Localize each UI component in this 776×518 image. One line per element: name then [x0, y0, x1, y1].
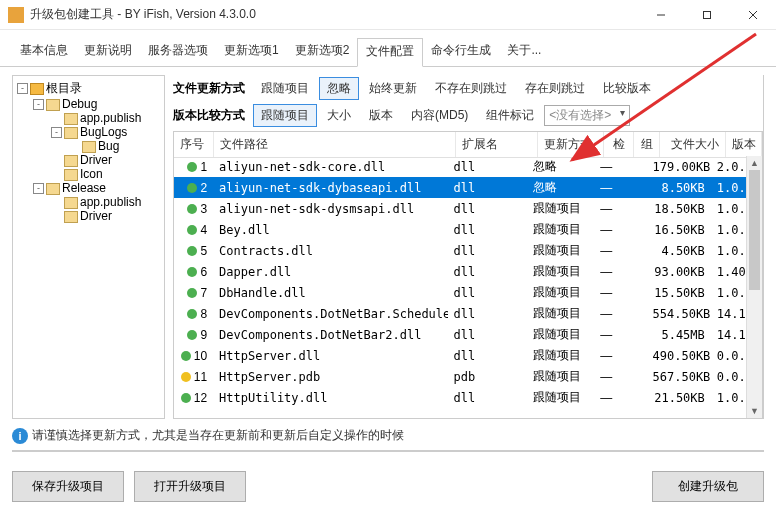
main-tabs: 基本信息更新说明服务器选项更新选项1更新选项2文件配置命令行生成关于... [0, 30, 776, 67]
table-row[interactable]: 11HttpServer.pdbpdb跟随项目—567.50KB0.0. [174, 366, 746, 387]
open-project-button[interactable]: 打开升级项目 [134, 471, 246, 502]
tab-2[interactable]: 服务器选项 [140, 38, 216, 66]
tab-7[interactable]: 关于... [499, 38, 549, 66]
info-icon: i [12, 428, 28, 444]
col-header-6[interactable]: 文件大小 [660, 132, 726, 157]
tree-icon[interactable]: Icon [15, 167, 162, 181]
update-mode-5[interactable]: 比较版本 [595, 77, 659, 100]
tree-debug-publish[interactable]: app.publish [15, 111, 162, 125]
tree-release[interactable]: -Release [15, 181, 162, 195]
vertical-scrollbar[interactable]: ▲ ▼ [746, 156, 762, 418]
update-mode-3[interactable]: 不存在则跳过 [427, 77, 515, 100]
status-dot-icon [187, 183, 197, 193]
tree-bug[interactable]: Bug [15, 139, 162, 153]
table-row[interactable]: 12HttpUtility.dlldll跟随项目—21.50KB1.0. [174, 387, 746, 408]
app-icon [8, 7, 24, 23]
save-project-button[interactable]: 保存升级项目 [12, 471, 124, 502]
file-grid: 序号文件路径扩展名更新方式检组文件大小版本 1aliyun-net-sdk-co… [173, 131, 763, 419]
tab-4[interactable]: 更新选项2 [287, 38, 358, 66]
info-bar: i 请谨慎选择更新方式，尤其是当存在更新前和更新后自定义操作的时候 [0, 423, 776, 446]
tree-debug[interactable]: -Debug [15, 97, 162, 111]
col-header-7[interactable]: 版本 [726, 132, 762, 157]
tab-6[interactable]: 命令行生成 [423, 38, 499, 66]
compare-mode-toolbar: 版本比较方式跟随项目大小版本内容(MD5)组件标记<没有选择> [173, 102, 763, 131]
tab-5[interactable]: 文件配置 [357, 38, 423, 67]
col-header-4[interactable]: 检 [604, 132, 634, 157]
status-dot-icon [181, 393, 191, 403]
status-dot-icon [187, 267, 197, 277]
col-header-1[interactable]: 文件路径 [214, 132, 456, 157]
status-dot-icon [181, 351, 191, 361]
tab-3[interactable]: 更新选项1 [216, 38, 287, 66]
status-dot-icon [187, 309, 197, 319]
compare-mode-4[interactable]: 组件标记 [478, 104, 542, 127]
table-row[interactable]: 9DevComponents.DotNetBar2.dlldll跟随项目—5.4… [174, 324, 746, 345]
grid-header: 序号文件路径扩展名更新方式检组文件大小版本 [174, 132, 762, 158]
update-mode-4[interactable]: 存在则跳过 [517, 77, 593, 100]
minimize-button[interactable] [638, 0, 684, 30]
update-mode-toolbar: 文件更新方式跟随项目忽略始终更新不存在则跳过存在则跳过比较版本 [173, 75, 763, 102]
folder-tree[interactable]: -根目录-Debugapp.publish-BugLogsBugDriverIc… [12, 75, 165, 419]
table-row[interactable]: 7DbHandle.dlldll跟随项目—15.50KB1.0. [174, 282, 746, 303]
table-row[interactable]: 2aliyun-net-sdk-dybaseapi.dlldll忽略—8.50K… [174, 177, 746, 198]
content-area: -根目录-Debugapp.publish-BugLogsBugDriverIc… [0, 67, 776, 423]
col-header-3[interactable]: 更新方式 [538, 132, 604, 157]
update-mode-0[interactable]: 跟随项目 [253, 77, 317, 100]
footer: 保存升级项目 打开升级项目 创建升级包 [0, 465, 776, 502]
component-tag-combo[interactable]: <没有选择> [544, 105, 630, 126]
table-row[interactable]: 3aliyun-net-sdk-dysmsapi.dlldll跟随项目—18.5… [174, 198, 746, 219]
compare-mode-0[interactable]: 跟随项目 [253, 104, 317, 127]
scroll-down-arrow[interactable]: ▼ [747, 404, 762, 418]
table-row[interactable]: 5Contracts.dlldll跟随项目—4.50KB1.0. [174, 240, 746, 261]
compare-mode-1[interactable]: 大小 [319, 104, 359, 127]
right-panel: 文件更新方式跟随项目忽略始终更新不存在则跳过存在则跳过比较版本 版本比较方式跟随… [173, 75, 764, 419]
status-dot-icon [187, 246, 197, 256]
table-row[interactable]: 1aliyun-net-sdk-core.dlldll忽略—179.00KB2.… [174, 156, 746, 177]
update-mode-label: 文件更新方式 [173, 80, 245, 97]
create-package-button[interactable]: 创建升级包 [652, 471, 764, 502]
scroll-thumb[interactable] [749, 170, 760, 290]
status-dot-icon [187, 288, 197, 298]
status-dot-icon [187, 225, 197, 235]
grid-body: 1aliyun-net-sdk-core.dlldll忽略—179.00KB2.… [174, 156, 746, 418]
window-buttons [638, 0, 776, 30]
table-row[interactable]: 6Dapper.dlldll跟随项目—93.00KB1.40 [174, 261, 746, 282]
titlebar: 升级包创建工具 - BY iFish, Version 4.3.0.0 [0, 0, 776, 30]
svg-rect-1 [704, 11, 711, 18]
tree-debug-driver[interactable]: Driver [15, 153, 162, 167]
close-button[interactable] [730, 0, 776, 30]
compare-mode-2[interactable]: 版本 [361, 104, 401, 127]
tab-1[interactable]: 更新说明 [76, 38, 140, 66]
compare-mode-3[interactable]: 内容(MD5) [403, 104, 476, 127]
table-row[interactable]: 4Bey.dlldll跟随项目—16.50KB1.0. [174, 219, 746, 240]
tab-0[interactable]: 基本信息 [12, 38, 76, 66]
table-row[interactable]: 10HttpServer.dlldll跟随项目—490.50KB0.0. [174, 345, 746, 366]
tree-buglogs[interactable]: -BugLogs [15, 125, 162, 139]
tree-release-driver[interactable]: Driver [15, 209, 162, 223]
info-text: 请谨慎选择更新方式，尤其是当存在更新前和更新后自定义操作的时候 [32, 427, 404, 444]
maximize-button[interactable] [684, 0, 730, 30]
status-dot-icon [187, 204, 197, 214]
update-mode-1[interactable]: 忽略 [319, 77, 359, 100]
col-header-0[interactable]: 序号 [174, 132, 214, 157]
status-dot-icon [187, 162, 197, 172]
compare-mode-label: 版本比较方式 [173, 107, 245, 124]
status-dot-icon [181, 372, 191, 382]
col-header-2[interactable]: 扩展名 [456, 132, 538, 157]
window-title: 升级包创建工具 - BY iFish, Version 4.3.0.0 [30, 6, 638, 23]
tree-root[interactable]: -根目录 [15, 80, 162, 97]
update-mode-2[interactable]: 始终更新 [361, 77, 425, 100]
col-header-5[interactable]: 组 [634, 132, 660, 157]
table-row[interactable]: 8DevComponents.DotNetBar.Schedule.dlldll… [174, 303, 746, 324]
scroll-up-arrow[interactable]: ▲ [747, 156, 762, 170]
status-dot-icon [187, 330, 197, 340]
tree-release-publish[interactable]: app.publish [15, 195, 162, 209]
